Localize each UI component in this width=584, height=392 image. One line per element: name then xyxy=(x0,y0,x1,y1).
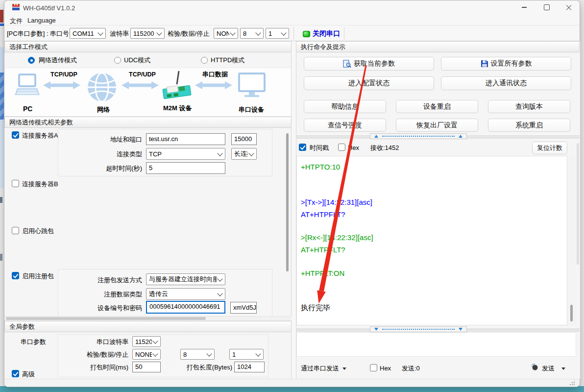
parity-select[interactable]: NONE xyxy=(214,28,238,39)
menu-language[interactable]: Language xyxy=(25,16,58,25)
chevron-down-icon xyxy=(230,30,235,35)
server-b-checkbox[interactable] xyxy=(12,180,19,187)
commands-group-header: 执行命令及提示 xyxy=(296,41,580,52)
panel-vertical-scrollbar[interactable] xyxy=(577,143,579,265)
serial-params-label: 串口参数 xyxy=(21,338,46,346)
get-params-button[interactable]: 获取当前参数 xyxy=(304,57,434,71)
device-id-input[interactable]: 00059614000000046691 xyxy=(146,301,225,314)
collapse-down-icon xyxy=(459,328,462,331)
chevron-down-icon xyxy=(217,291,222,296)
device-password-input[interactable]: xmVd5Jf( xyxy=(230,302,257,314)
send-via-serial-dropdown[interactable]: 通过串口发送 xyxy=(301,365,339,372)
conn-type-select[interactable]: TCP xyxy=(146,148,225,160)
pack-length-input[interactable]: 1024 xyxy=(234,362,265,372)
chevron-down-icon xyxy=(152,351,158,356)
serial-stopbits-select[interactable]: 1 xyxy=(229,349,264,360)
help-button[interactable]: 帮助信息 xyxy=(304,100,386,113)
log-scrollbar-track xyxy=(567,156,576,325)
toolbar-separator xyxy=(344,27,344,40)
send-hex-checkbox[interactable] xyxy=(370,364,377,371)
left-horizontal-scrollbar[interactable] xyxy=(6,317,206,320)
log-line: AT+HTPFLT? xyxy=(301,210,345,219)
arrow-m2m-serial-icon xyxy=(195,80,232,90)
heartbeat-checkbox[interactable] xyxy=(12,227,19,234)
serial-baud-label: 串口波特率 xyxy=(73,338,128,346)
query-signal-button[interactable]: 查信号强度 xyxy=(304,119,386,132)
send-splitter[interactable] xyxy=(370,326,467,332)
stopbits-select[interactable]: 1 xyxy=(266,28,289,39)
radio-httpd-mode[interactable] xyxy=(201,57,208,64)
radio-net-transparent-mode[interactable] xyxy=(28,57,35,64)
backdrop-lightblue-1 xyxy=(0,47,4,73)
system-reboot-button[interactable]: 系统重启 xyxy=(488,119,570,132)
diagram-link3-label: 串口数据 xyxy=(202,71,228,78)
minimize-button[interactable] xyxy=(513,0,535,14)
server-a-checkbox[interactable] xyxy=(12,131,19,139)
address-input[interactable]: test.usr.cn xyxy=(146,133,225,145)
advanced-checkbox[interactable] xyxy=(12,370,19,377)
workmode-title: 选择工作模式 xyxy=(9,43,48,50)
regpack-checkbox[interactable] xyxy=(12,272,19,279)
netparams-group-header: 网络透传模式相关参数 xyxy=(4,117,292,128)
backdrop-red-glyph xyxy=(0,10,3,23)
enter-config-button[interactable]: 进入配置状态 xyxy=(304,76,434,90)
log-hex-checkbox[interactable] xyxy=(338,144,345,151)
device-id-label: 设备编号和密码 xyxy=(73,304,142,312)
diagram-net-label: 网络 xyxy=(97,106,110,114)
save-icon xyxy=(481,60,488,68)
diagram-link2-label: TCP/UDP xyxy=(129,71,156,78)
serial-parity-select[interactable]: NONE xyxy=(132,349,161,360)
send-button[interactable]: 发送 xyxy=(542,365,555,372)
baud-select[interactable]: 115200 xyxy=(130,28,165,39)
radio-udc-mode[interactable] xyxy=(114,57,121,64)
factory-reset-button[interactable]: 恢复出厂设置 xyxy=(396,119,478,132)
log-line: +HTPFLT:ON xyxy=(301,269,344,278)
serial-baud-select[interactable]: 115200 xyxy=(132,336,161,347)
com-port-select[interactable]: COM11 xyxy=(70,28,106,39)
diagram-link1-label: TCP/UDP xyxy=(50,71,77,78)
chevron-down-icon xyxy=(152,338,158,343)
resize-grip[interactable] xyxy=(569,381,575,386)
maximize-button[interactable] xyxy=(536,0,558,14)
log-line: +HTPTO:10 xyxy=(301,163,340,172)
device-reboot-button[interactable]: 设备重启 xyxy=(396,100,478,113)
pack-time-input[interactable]: 50 xyxy=(132,362,161,372)
log-line: >[Rx<-][14:22:32][asc] xyxy=(301,233,373,242)
regpack-sendmode-select[interactable]: 与服务器建立连接时向服务器 xyxy=(146,273,225,285)
chevron-down-icon xyxy=(255,30,261,35)
laptop-icon xyxy=(14,74,40,97)
timestamp-checkbox[interactable] xyxy=(299,144,306,151)
splitter-dots xyxy=(382,136,455,137)
close-button[interactable] xyxy=(558,0,580,14)
close-port-button[interactable]: 关闭串口 xyxy=(313,29,340,37)
dropdown-caret-icon xyxy=(561,368,565,370)
serial-databits-select[interactable]: 8 xyxy=(180,349,215,360)
dropdown-caret-icon xyxy=(342,368,346,370)
port-input[interactable]: 15000 xyxy=(231,133,257,145)
conn-mode-select[interactable]: 长连接 xyxy=(231,148,257,160)
monitor-icon xyxy=(238,73,266,98)
send-textarea[interactable] xyxy=(296,332,576,357)
workmode-group-header: 选择工作模式 xyxy=(4,41,292,52)
globe-icon xyxy=(87,72,117,102)
backdrop-glyph-2 xyxy=(0,254,2,261)
log-splitter[interactable] xyxy=(370,133,467,139)
enter-comm-button[interactable]: 进入通讯状态 xyxy=(441,76,571,90)
databits-select[interactable]: 8 xyxy=(240,28,264,39)
set-params-button[interactable]: 设置所有参数 xyxy=(441,57,571,71)
log-line: AT+HTPFLT? xyxy=(301,245,345,254)
send-hex-label: Hex xyxy=(380,365,391,372)
left-vertical-scrollbar[interactable] xyxy=(286,133,289,271)
heartbeat-label: 启用心跳包 xyxy=(22,227,54,235)
status-bar xyxy=(4,379,580,387)
netparams-title: 网络透传模式相关参数 xyxy=(9,119,73,126)
query-version-button[interactable]: 查询版本 xyxy=(488,100,570,113)
log-vertical-scrollbar[interactable] xyxy=(570,305,573,321)
window-title: WH-G405tf V1.0.2 xyxy=(23,4,75,12)
timeout-input[interactable]: 5 xyxy=(146,162,225,174)
regpack-datatype-select[interactable]: 透传云 xyxy=(146,288,225,300)
advanced-label: 高级 xyxy=(22,370,35,378)
reset-count-button[interactable]: 复位计数 xyxy=(532,142,567,154)
arrow-net-m2m-icon xyxy=(122,80,159,90)
commands-title: 执行命令及提示 xyxy=(301,43,345,50)
